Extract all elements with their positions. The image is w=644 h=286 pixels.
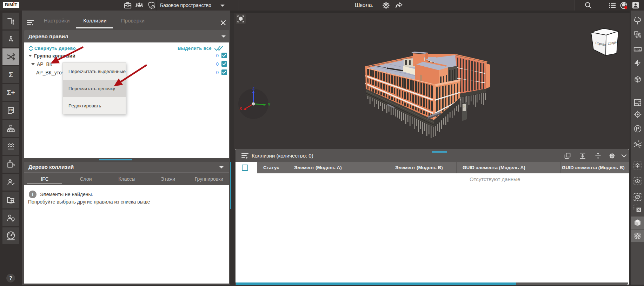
svg-text:2: 2	[638, 140, 639, 142]
svg-text:Z: Z	[252, 86, 255, 90]
svg-text:Y: Y	[268, 102, 271, 107]
svg-text:X: X	[239, 106, 242, 111]
svg-text:2!: 2!	[463, 105, 465, 108]
svg-text:1: 1	[634, 141, 635, 143]
